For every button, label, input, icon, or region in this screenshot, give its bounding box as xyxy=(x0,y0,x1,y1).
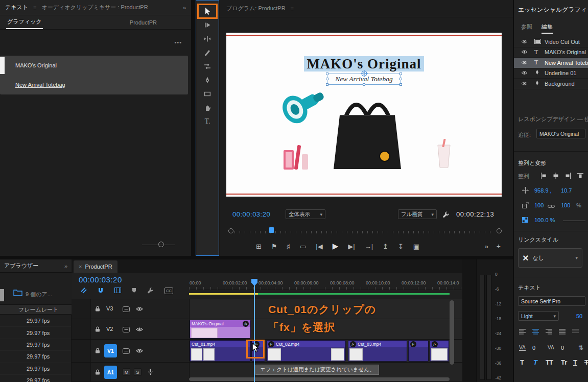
source-patch-zone[interactable] xyxy=(72,340,91,362)
scale-link-icon[interactable] xyxy=(548,203,555,209)
eg-tab-edit[interactable]: 編集 xyxy=(542,23,553,34)
add-marker-button[interactable]: ⚑ xyxy=(271,242,277,251)
media-row[interactable]: 29.97 fps xyxy=(0,327,71,339)
source-patch-zone[interactable] xyxy=(72,319,91,339)
track-lock-icon[interactable] xyxy=(95,306,100,313)
add-marker-icon[interactable] xyxy=(132,288,136,294)
media-browser-title[interactable]: アブラウザー xyxy=(4,262,38,270)
track-lock-icon[interactable] xyxy=(95,369,100,376)
fx-badge[interactable]: fx xyxy=(350,341,356,347)
follow-select[interactable]: MAKO's Original xyxy=(536,129,585,138)
track-target-badge-a1[interactable]: A1 xyxy=(104,366,117,379)
underline-button[interactable]: T xyxy=(573,359,577,366)
text-align-left-icon[interactable] xyxy=(519,329,526,336)
graphics-layer-item[interactable]: New Arrival Totebag xyxy=(0,75,188,94)
visibility-eye-icon[interactable] xyxy=(514,49,534,55)
export-frame-button[interactable]: ▣ xyxy=(413,242,419,251)
scrubber-right-handle[interactable] xyxy=(497,228,502,233)
media-column-header[interactable]: フレームレート xyxy=(0,304,72,315)
voiceover-mic-icon[interactable] xyxy=(148,369,153,376)
eg-layer-row[interactable]: Underline 01 xyxy=(514,68,588,79)
close-icon[interactable]: × xyxy=(79,264,82,270)
lift-button[interactable]: ↥ xyxy=(383,242,388,251)
rectangle-tool[interactable] xyxy=(199,88,216,100)
fx-badge[interactable]: fx xyxy=(410,341,416,347)
program-panel-menu-icon[interactable]: ≡ xyxy=(291,6,294,12)
quality-select[interactable]: フル画質 ▾ xyxy=(398,209,437,219)
add-button-to-bar[interactable]: + xyxy=(497,242,501,250)
faux-italic-button[interactable]: T xyxy=(533,359,537,366)
all-caps-button[interactable]: TT xyxy=(546,359,553,366)
panel-overflow-icon[interactable]: » xyxy=(64,263,67,269)
font-style-select[interactable]: Light ▾ xyxy=(518,311,559,321)
ripple-edit-tool[interactable] xyxy=(199,33,216,45)
visibility-eye-icon[interactable] xyxy=(514,39,534,45)
sync-lock-icon[interactable] xyxy=(123,306,130,313)
panel-options-dots[interactable]: ••• xyxy=(174,39,182,45)
video-clip-cut03[interactable]: fx Cut_03.mp4 xyxy=(348,340,407,362)
mark-in-out-button[interactable]: ♯ xyxy=(287,242,291,251)
tab-audio-clip-mixer[interactable]: オーディオクリップミキサー : ProductPR xyxy=(41,4,148,11)
align-top-icon[interactable] xyxy=(577,173,583,180)
safe-margins-button[interactable]: ▭ xyxy=(300,242,306,251)
track-target-badge-v1[interactable]: V1 xyxy=(104,344,117,357)
mute-button[interactable]: M xyxy=(123,368,130,376)
strikethrough-button[interactable]: T xyxy=(584,359,588,366)
fit-select[interactable]: 全体表示 ▾ xyxy=(286,209,325,219)
step-back-button[interactable]: |◀ xyxy=(316,242,322,251)
captions-icon[interactable]: CC xyxy=(164,288,173,294)
vertical-scrollbar[interactable] xyxy=(450,300,454,365)
track-output-eye-icon[interactable] xyxy=(136,306,143,313)
eg-layer-row[interactable]: T MAKO's Original xyxy=(514,47,588,58)
fx-badge[interactable]: fx xyxy=(243,321,249,327)
type-tool[interactable]: T. xyxy=(199,115,216,128)
track-output-eye-icon[interactable] xyxy=(136,327,143,333)
graphics-layer-item[interactable]: MAKO's Original xyxy=(0,56,188,75)
nest-sequence-icon[interactable] xyxy=(114,288,121,294)
track-select-forward-tool[interactable] xyxy=(199,19,216,31)
text-align-more-icon[interactable] xyxy=(572,329,579,336)
zoom-slider-knob[interactable] xyxy=(158,242,164,247)
selection-handle[interactable] xyxy=(326,73,328,75)
fx-badge[interactable]: fx xyxy=(268,341,274,347)
text-align-center-icon[interactable] xyxy=(532,329,539,336)
eg-tab-browse[interactable]: 参照 xyxy=(521,23,532,31)
leading-updown-icon[interactable]: ⇅ xyxy=(578,344,583,351)
razor-tool[interactable] xyxy=(199,46,216,59)
position-crosshair-icon[interactable] xyxy=(522,187,529,195)
tab-graphics[interactable]: グラフィック xyxy=(6,15,43,29)
opacity-icon[interactable] xyxy=(522,217,528,224)
pen-tool[interactable] xyxy=(199,74,216,86)
play-button[interactable]: ▶ xyxy=(333,242,339,251)
scrubber-playhead[interactable] xyxy=(269,227,274,233)
small-caps-button[interactable]: Tr xyxy=(561,359,567,366)
visibility-eye-icon[interactable] xyxy=(514,81,534,87)
track-v1-lane[interactable]: Cut_01.mp4 fx fx Cut_02.mp4 xyxy=(189,340,462,363)
track-lock-icon[interactable] xyxy=(95,326,100,333)
panel-overflow-icon[interactable]: » xyxy=(183,5,186,11)
canvas-title-text[interactable]: MAKO's Original xyxy=(304,56,424,71)
hand-tool[interactable] xyxy=(199,102,216,114)
horizontal-scrollbar[interactable] xyxy=(189,377,450,381)
extract-button[interactable]: ↧ xyxy=(398,242,404,251)
panel-menu-icon[interactable]: ≡ xyxy=(33,5,36,11)
media-row[interactable]: 29.97 fps xyxy=(0,315,71,327)
selection-handle[interactable] xyxy=(399,73,402,75)
eg-layer-row[interactable]: Background xyxy=(514,79,588,89)
selection-handle[interactable] xyxy=(399,78,402,80)
track-output-eye-icon[interactable] xyxy=(136,348,143,354)
video-clip-segment[interactable]: fx xyxy=(408,340,429,362)
comparison-view-button[interactable]: ⊞ xyxy=(256,242,262,251)
video-clip-segment[interactable]: fx xyxy=(430,340,449,362)
kerning-value[interactable]: 0 xyxy=(561,345,564,351)
position-x-value[interactable]: 958.9 , xyxy=(534,187,552,194)
selection-handle[interactable] xyxy=(363,83,365,86)
position-y-value[interactable]: 10.7 xyxy=(561,187,572,194)
program-scrubber[interactable] xyxy=(219,226,513,235)
video-clip-cut02[interactable]: fx Cut_02.mp4 xyxy=(266,340,346,362)
sync-lock-icon[interactable] xyxy=(123,327,130,333)
track-name-label[interactable]: V3 xyxy=(106,305,113,312)
tracking-value[interactable]: 0 xyxy=(532,345,535,351)
folder-icon[interactable] xyxy=(13,289,22,297)
opacity-slider[interactable] xyxy=(563,221,585,221)
